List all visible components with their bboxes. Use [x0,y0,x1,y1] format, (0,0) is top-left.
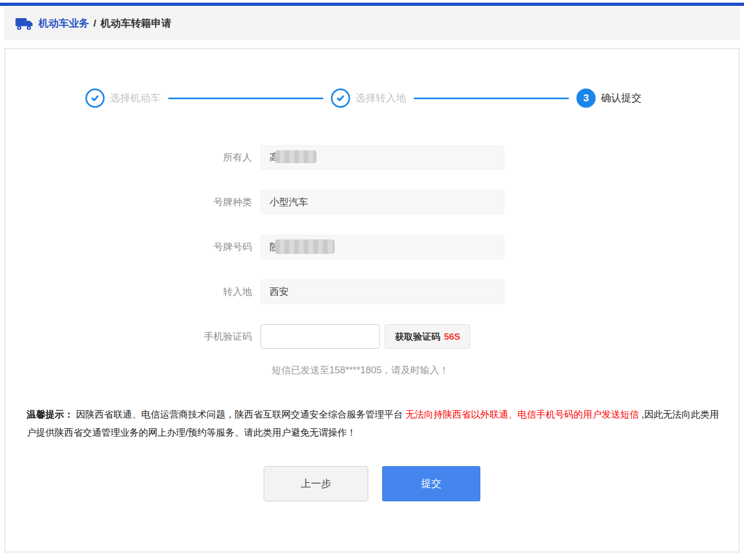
step-connector [168,98,323,99]
owner-value: 高 [260,145,504,170]
plate-number-label: 号牌号码 [5,241,260,253]
step-indicator: 选择机动车 选择转入地 3 确认提交 [85,89,642,108]
warning-notice: 温馨提示： 因陕西省联通、电信运营商技术问题，陕西省互联网交通安全综合服务管理平… [27,405,719,442]
breadcrumb-section[interactable]: 机动车业务 [38,17,89,30]
get-code-button-label: 获取验证码 [395,332,440,342]
submit-button[interactable]: 提交 [382,466,480,501]
step-select-vehicle: 选择机动车 [85,89,161,108]
step-confirm-submit: 3 确认提交 [576,89,642,108]
sms-code-label: 手机验证码 [5,330,260,343]
breadcrumb-separator: / [93,18,96,29]
form-actions: 上一步 提交 [5,466,739,501]
plate-number-value: 陕 [260,235,504,259]
previous-step-button[interactable]: 上一步 [264,466,368,501]
breadcrumb-page-title: 机动车转籍申请 [100,17,171,30]
top-accent-line [0,3,744,6]
main-panel: 选择机动车 选择转入地 3 确认提交 所有人 高 号牌种类 [4,48,740,553]
check-icon [90,93,100,103]
warning-text-1: 因陕西省联通、电信运营商技术问题，陕西省互联网交通安全综合服务管理平台 [74,409,406,420]
owner-label: 所有人 [5,151,260,164]
redaction-blur [275,239,335,254]
warning-prefix: 温馨提示： [27,409,74,420]
owner-row: 所有人 高 [5,145,739,170]
destination-value: 西安 [260,279,504,304]
warning-highlight: 无法向持陕西省以外联通、电信手机号码的用户发送短信 [406,409,639,420]
step-connector [414,98,569,99]
step-2-circle [331,89,350,108]
step-1-circle [85,89,105,108]
destination-row: 转入地 西安 [5,279,739,304]
destination-value-text: 西安 [270,286,289,297]
redaction-blur [275,150,316,163]
plate-type-value-text: 小型汽车 [270,197,308,207]
plate-type-row: 号牌种类 小型汽车 [5,190,739,214]
step-3-circle: 3 [576,89,596,108]
step-select-destination: 选择转入地 [331,89,406,108]
step-3-number: 3 [583,92,589,104]
sms-code-row: 手机验证码 获取验证码56S [5,324,739,349]
countdown-timer: 56S [444,332,460,342]
truck-icon [15,17,33,30]
check-icon [335,93,346,103]
step-1-label: 选择机动车 [110,91,161,105]
plate-type-value: 小型汽车 [260,190,504,214]
step-2-label: 选择转入地 [355,91,406,105]
plate-type-label: 号牌种类 [5,196,260,209]
destination-label: 转入地 [5,285,260,298]
sms-sent-notice: 短信已发送至158****1805，请及时输入！ [5,364,715,377]
get-code-button[interactable]: 获取验证码56S [385,324,470,349]
sms-code-input[interactable] [260,324,380,349]
page-header: 机动车业务 / 机动车转籍申请 [4,7,740,40]
transfer-form: 所有人 高 号牌种类 小型汽车 号牌号码 陕 转入地 西安 手机验证码 [5,145,739,377]
plate-number-row: 号牌号码 陕 [5,235,739,259]
step-3-label: 确认提交 [601,91,642,105]
